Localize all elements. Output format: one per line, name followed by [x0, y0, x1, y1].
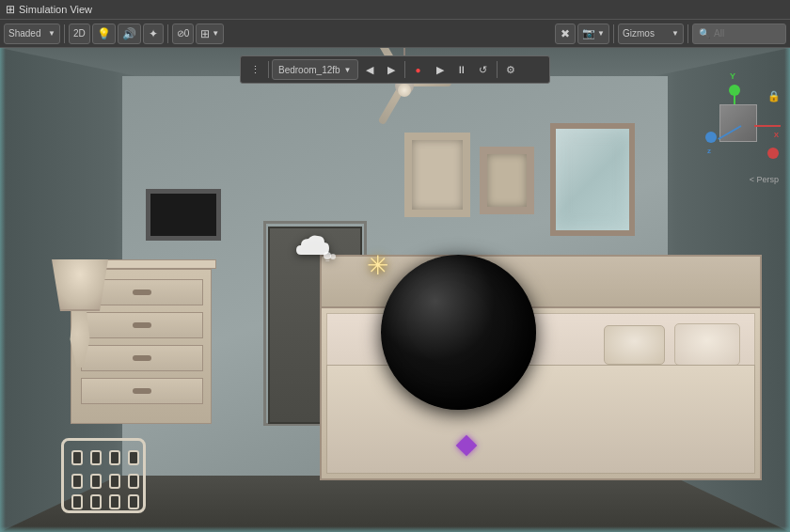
grid-button[interactable]: ⊞ ▼ — [196, 23, 224, 44]
sun-icon: ✳ — [367, 250, 388, 281]
basket-hole-5 — [71, 474, 83, 489]
playback-more-button[interactable]: ⋮ — [245, 59, 265, 80]
audio-toggle-button[interactable]: 🔊 — [118, 23, 141, 44]
separator-2 — [167, 24, 168, 43]
eye-slash-icon: ⊘0 — [177, 28, 190, 39]
bed-pillow-1 — [674, 323, 740, 366]
pb-sep-1 — [268, 61, 269, 78]
lamp-base — [64, 311, 97, 368]
separator-3 — [613, 24, 614, 43]
play-button[interactable]: ▶ — [430, 59, 450, 80]
viewport[interactable]: ~ ✳ ⋮ Bedroom_12fb ▼ ◀ ▶ ● ▶ — [0, 48, 790, 532]
unity-icon: ⊞ — [6, 3, 15, 16]
reflection-probe-sphere[interactable] — [381, 255, 536, 410]
gizmos-dropdown[interactable]: Gizmos ▼ — [618, 23, 684, 44]
next-frame-button[interactable]: ▶ — [381, 59, 402, 80]
view-2d-button[interactable]: 2D — [69, 23, 90, 44]
z-axis-label: z — [707, 147, 711, 155]
chevron-down-small: ▼ — [212, 29, 219, 38]
lighting-toggle-button[interactable]: 💡 — [92, 23, 116, 44]
picture-frame-2 — [480, 147, 534, 214]
x-axis-dot — [767, 148, 779, 159]
basket-hole-4 — [128, 450, 139, 465]
separator-1 — [64, 24, 65, 43]
title-bar-text: Simulation View — [19, 4, 92, 15]
playback-settings-button[interactable]: ⚙ — [500, 59, 521, 80]
basket-hole-12 — [128, 494, 139, 509]
chevron-down-scene: ▼ — [344, 66, 352, 74]
basket-hole-6 — [90, 474, 102, 489]
title-bar: ⊞ Simulation View — [0, 0, 790, 20]
scene-edge-left — [0, 48, 6, 532]
svg-text:~: ~ — [325, 257, 330, 264]
basket-hole-8 — [128, 474, 139, 489]
search-input[interactable] — [714, 28, 780, 39]
camera-icon: 📷 — [582, 27, 595, 39]
y-axis-label: Y — [730, 71, 735, 81]
lightbulb-icon: 💡 — [97, 27, 111, 40]
lamp-shade — [52, 259, 108, 311]
bed-blanket — [326, 365, 755, 474]
grid-icon: ⊞ — [200, 27, 210, 40]
pb-sep-3 — [497, 61, 498, 78]
bed-pillow-2 — [604, 325, 665, 365]
record-button[interactable]: ● — [408, 59, 429, 80]
perspective-label: < Persp — [750, 175, 779, 184]
scene-name-label: Bedroom_12fb — [278, 65, 340, 75]
tv — [146, 189, 221, 241]
basket-hole-7 — [109, 474, 120, 489]
svg-point-1 — [330, 254, 336, 259]
gizmo-cube-body — [719, 104, 757, 142]
audio-icon: 🔊 — [122, 27, 136, 40]
maximize-icon: ✖ — [561, 27, 570, 40]
pb-sep-2 — [404, 61, 405, 78]
y-axis-dot: Y — [729, 85, 740, 96]
z-axis-dot — [705, 132, 717, 143]
basket-hole-9 — [71, 494, 83, 509]
laundry-basket — [56, 429, 150, 513]
basket-hole-1 — [71, 450, 83, 465]
scene-background: ~ ✳ — [0, 48, 790, 532]
scene-edge-bottom — [0, 526, 790, 532]
x-axis-label: X — [774, 131, 779, 139]
fan-light — [398, 84, 411, 97]
scene-edge-right — [784, 48, 790, 532]
effects-toggle-button[interactable]: ✦ — [143, 23, 164, 44]
separator-4 — [687, 24, 688, 43]
dresser-drawer-4 — [81, 378, 203, 404]
basket-hole-3 — [109, 450, 120, 465]
step-button[interactable]: ↺ — [473, 59, 494, 80]
picture-frame-1 — [404, 133, 470, 217]
search-box: 🔍 — [692, 23, 786, 44]
gizmo-visibility-button[interactable]: ⊘0 — [172, 23, 195, 44]
shading-mode-label: Shaded — [8, 28, 40, 39]
basket-hole-2 — [90, 450, 102, 465]
pause-button[interactable]: ⏸ — [451, 59, 472, 80]
mirror — [550, 123, 635, 236]
basket-hole-10 — [90, 494, 102, 509]
maximize-button[interactable]: ✖ — [555, 23, 576, 44]
scene-select-dropdown[interactable]: Bedroom_12fb ▼ — [272, 59, 358, 80]
x-axis-line — [754, 125, 781, 127]
chevron-down-gizmos: ▼ — [672, 29, 679, 38]
basket-body — [61, 438, 146, 513]
playback-toolbar: ⋮ Bedroom_12fb ▼ ◀ ▶ ● ▶ ⏸ ↺ ⚙ — [240, 55, 550, 84]
effects-icon: ✦ — [149, 27, 158, 40]
toolbar: Shaded ▼ 2D 💡 🔊 ✦ ⊘0 ⊞ ▼ ✖ 📷 ▼ Gizmos ▼ — [0, 20, 790, 48]
weather-cloud-icon: ~ — [292, 231, 339, 264]
camera-dropdown-button[interactable]: 📷 ▼ — [577, 23, 609, 44]
prev-frame-button[interactable]: ◀ — [359, 59, 380, 80]
lamp — [52, 259, 108, 368]
scene-gizmo: 🔒 Y X z < Persp — [705, 90, 781, 184]
lock-icon: 🔒 — [767, 90, 781, 102]
basket-hole-11 — [109, 494, 120, 509]
search-icon: 🔍 — [699, 28, 710, 39]
view-2d-label: 2D — [73, 28, 86, 39]
gizmos-label: Gizmos — [623, 28, 655, 39]
chevron-down-icon: ▼ — [48, 29, 55, 38]
chevron-down-camera: ▼ — [597, 29, 605, 38]
shading-mode-dropdown[interactable]: Shaded ▼ — [4, 23, 60, 44]
